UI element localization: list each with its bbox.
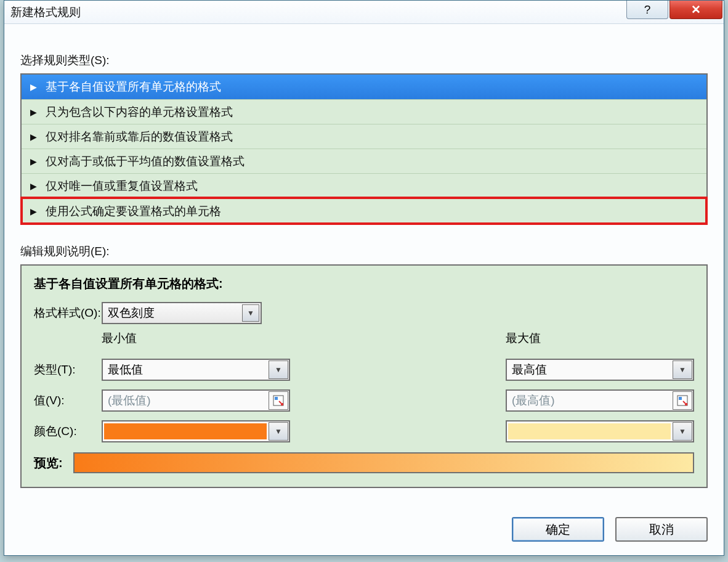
- cancel-button-label: 取消: [649, 521, 674, 538]
- rule-item-label: 只为包含以下内容的单元格设置格式: [46, 104, 233, 120]
- rule-item-label: 仅对排名靠前或靠后的数值设置格式: [46, 129, 233, 145]
- min-color-swatch: [104, 423, 267, 439]
- chevron-down-icon: [242, 304, 259, 322]
- max-color-dropdown[interactable]: [506, 420, 694, 442]
- preview-label: 预览:: [34, 455, 73, 471]
- close-icon: ✕: [691, 2, 701, 17]
- min-type-dropdown[interactable]: 最低值: [102, 359, 290, 381]
- ok-button[interactable]: 确定: [512, 517, 604, 542]
- min-color-dropdown[interactable]: [102, 420, 290, 442]
- type-label: 类型(T):: [34, 362, 102, 378]
- format-style-dropdown[interactable]: 双色刻度: [102, 302, 262, 324]
- help-icon: ?: [644, 3, 651, 17]
- preview-gradient: [73, 452, 694, 473]
- chevron-down-icon: [269, 422, 288, 441]
- value-label: 值(V):: [34, 393, 102, 409]
- format-style-value: 双色刻度: [108, 305, 155, 321]
- chevron-down-icon: [269, 360, 288, 379]
- new-format-rule-dialog: 新建格式规则 ? ✕ 选择规则类型(S): ▶ 基于各自值设置所有单元格的格式 …: [4, 0, 724, 556]
- svg-rect-3: [679, 397, 682, 400]
- rule-item-top-bottom[interactable]: ▶ 仅对排名靠前或靠后的数值设置格式: [22, 124, 706, 149]
- min-value-placeholder: (最低值): [103, 393, 268, 409]
- rule-edit-panel: 基于各自值设置所有单元格的格式: 格式样式(O): 双色刻度 最小值 最大值: [20, 264, 708, 488]
- max-type-value: 最高值: [507, 362, 672, 378]
- play-icon: ▶: [30, 82, 37, 92]
- range-select-icon[interactable]: [269, 391, 288, 410]
- help-button[interactable]: ?: [626, 1, 668, 19]
- color-label: 颜色(C):: [34, 423, 102, 439]
- play-icon: ▶: [30, 157, 37, 166]
- window-title: 新建格式规则: [10, 4, 81, 20]
- rule-item-above-below-avg[interactable]: ▶ 仅对高于或低于平均值的数值设置格式: [22, 149, 706, 173]
- rule-item-all-values[interactable]: ▶ 基于各自值设置所有单元格的格式: [22, 75, 706, 99]
- max-header: 最大值: [506, 330, 694, 346]
- rule-item-formula[interactable]: ▶ 使用公式确定要设置格式的单元格: [22, 198, 706, 224]
- play-icon: ▶: [30, 181, 37, 191]
- cancel-button[interactable]: 取消: [615, 517, 708, 542]
- svg-rect-1: [275, 397, 278, 400]
- rule-item-label: 仅对唯一值或重复值设置格式: [46, 178, 198, 194]
- play-icon: ▶: [30, 206, 37, 216]
- min-type-value: 最低值: [103, 362, 268, 378]
- edit-rule-description-label: 编辑规则说明(E):: [20, 243, 708, 259]
- min-value-input[interactable]: (最低值): [102, 389, 290, 412]
- rule-type-list: ▶ 基于各自值设置所有单元格的格式 ▶ 只为包含以下内容的单元格设置格式 ▶ 仅…: [20, 73, 708, 225]
- max-value-input[interactable]: (最高值): [506, 389, 694, 412]
- rule-item-contains[interactable]: ▶ 只为包含以下内容的单元格设置格式: [22, 99, 706, 124]
- rule-item-label: 基于各自值设置所有单元格的格式: [46, 79, 221, 95]
- range-select-icon[interactable]: [673, 391, 692, 410]
- max-value-placeholder: (最高值): [507, 393, 672, 409]
- max-color-swatch: [508, 423, 671, 439]
- format-style-label: 格式样式(O):: [34, 305, 102, 321]
- close-button[interactable]: ✕: [669, 1, 722, 19]
- titlebar[interactable]: 新建格式规则 ? ✕: [4, 1, 724, 24]
- min-header: 最小值: [102, 330, 290, 346]
- select-rule-type-label: 选择规则类型(S):: [20, 52, 708, 68]
- panel-title: 基于各自值设置所有单元格的格式:: [34, 275, 694, 292]
- chevron-down-icon: [673, 422, 692, 441]
- rule-item-unique-duplicate[interactable]: ▶ 仅对唯一值或重复值设置格式: [22, 173, 706, 198]
- play-icon: ▶: [30, 107, 37, 117]
- play-icon: ▶: [30, 132, 37, 142]
- max-type-dropdown[interactable]: 最高值: [506, 359, 694, 381]
- rule-item-label: 使用公式确定要设置格式的单元格: [46, 203, 221, 219]
- rule-item-label: 仅对高于或低于平均值的数值设置格式: [46, 153, 245, 169]
- chevron-down-icon: [673, 360, 692, 379]
- ok-button-label: 确定: [546, 521, 570, 538]
